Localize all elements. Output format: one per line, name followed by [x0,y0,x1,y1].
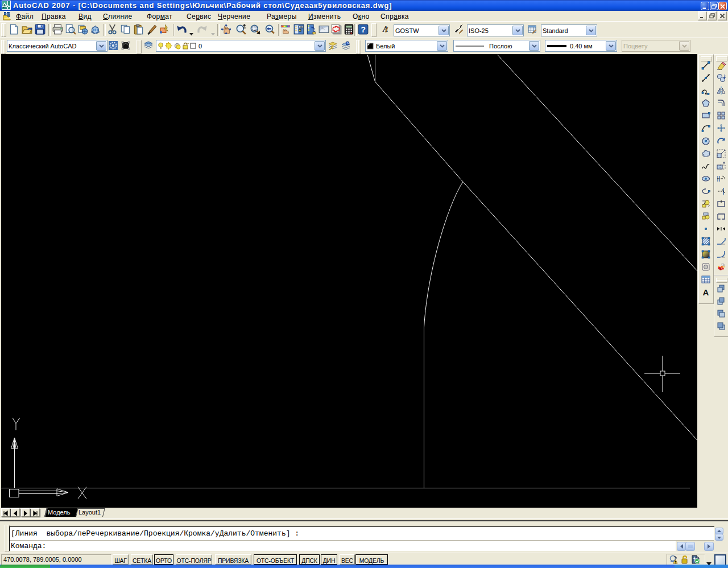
svg-text:A: A [703,287,709,297]
svg-text:?: ? [361,25,366,34]
